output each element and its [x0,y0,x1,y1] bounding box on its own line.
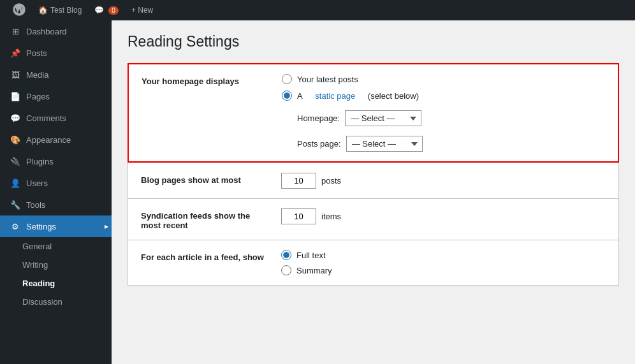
blog-pages-label: Blog pages show at most [141,173,268,185]
users-icon: 👤 [10,177,21,189]
wp-logo-button[interactable] [6,0,32,20]
sub-item-general[interactable]: General [0,237,112,256]
homepage-displays-section: Your homepage displays Your latest posts… [128,63,619,163]
main-layout: ⊞ Dashboard 📌 Posts 🖼 Media 📄 Pages 💬 Co… [0,20,635,364]
sidebar-label-pages: Pages [26,92,50,101]
pages-icon: 📄 [10,91,21,102]
sidebar-label-users: Users [26,178,48,188]
blog-pages-content: 10 posts [281,173,341,189]
sidebar-item-media[interactable]: 🖼 Media [0,64,112,85]
settings-submenu: General Writing Reading Discussion [0,237,112,311]
sidebar-item-plugins[interactable]: 🔌 Plugins [0,150,112,172]
homepage-select-label: Homepage: [297,113,340,123]
option2-a: A [297,91,303,101]
page-title: Reading Settings [128,33,619,50]
homepage-select-row: Homepage: — Select — [282,110,423,126]
sidebar: ⊞ Dashboard 📌 Posts 🖼 Media 📄 Pages 💬 Co… [0,20,112,364]
homepage-displays-label: Your homepage displays [142,74,269,86]
syndication-input[interactable]: 10 [281,208,316,224]
syndication-content: 10 items [281,208,341,224]
full-text-radio[interactable] [281,250,291,260]
sub-item-writing[interactable]: Writing [0,256,112,274]
homepage-select[interactable]: — Select — [345,110,421,126]
latest-posts-label: Your latest posts [297,75,358,84]
sidebar-item-posts[interactable]: 📌 Posts [0,42,112,64]
sidebar-label-posts: Posts [26,48,47,58]
static-page-option[interactable]: A static page (select below) [282,91,423,101]
feed-row: For each article in a feed, show Full te… [128,240,619,286]
sidebar-label-appearance: Appearance [26,135,71,145]
sidebar-item-comments[interactable]: 💬 Comments [0,107,112,129]
blog-pages-row: Blog pages show at most 10 posts [128,163,619,199]
feed-label: For each article in a feed, show [141,250,268,262]
static-page-radio[interactable] [282,91,292,101]
wp-logo-icon [13,3,26,18]
sub-item-reading[interactable]: Reading [0,274,112,293]
sidebar-item-dashboard[interactable]: ⊞ Dashboard [0,20,112,42]
summary-option[interactable]: Summary [281,265,332,275]
settings-section: Blog pages show at most 10 posts Syndica… [128,163,619,286]
sub-label-reading: Reading [22,279,55,288]
sidebar-label-media: Media [26,70,48,80]
summary-label: Summary [296,266,332,275]
latest-posts-option[interactable]: Your latest posts [282,74,423,84]
sidebar-item-appearance[interactable]: 🎨 Appearance [0,129,112,150]
posts-page-select-row: Posts page: — Select — [282,136,423,152]
latest-posts-radio[interactable] [282,74,292,84]
sidebar-label-tools: Tools [26,200,45,210]
sub-label-general: General [22,242,52,251]
blog-pages-suffix: posts [321,176,341,186]
site-title: Test Blog [50,6,82,15]
sidebar-item-settings[interactable]: ⚙ Settings [0,215,112,237]
homepage-row: Your homepage displays Your latest posts… [142,74,605,152]
comment-icon: 💬 [94,6,104,15]
summary-radio[interactable] [281,265,291,275]
sub-label-discussion: Discussion [22,297,62,307]
new-label: + New [131,6,153,15]
media-icon: 🖼 [10,69,21,80]
posts-page-select-label: Posts page: [297,139,341,149]
site-name-button[interactable]: 🏠 Test Blog [32,0,88,20]
blog-pages-input[interactable]: 10 [281,173,316,189]
new-content-button[interactable]: + New [125,0,159,20]
posts-icon: 📌 [10,47,21,59]
feed-content: Full text Summary [281,250,332,275]
posts-page-select[interactable]: — Select — [346,136,423,152]
appearance-icon: 🎨 [10,134,21,145]
tools-icon: 🔧 [10,199,21,210]
syndication-suffix: items [321,212,341,221]
full-text-option[interactable]: Full text [281,250,332,260]
sub-item-discussion[interactable]: Discussion [0,293,112,311]
sidebar-item-tools[interactable]: 🔧 Tools [0,194,112,215]
dashboard-icon: ⊞ [10,25,21,37]
content-area: Reading Settings Your homepage displays … [112,20,635,364]
syndication-label: Syndication feeds show the most recent [141,208,268,230]
sidebar-label-settings: Settings [26,222,56,231]
full-text-label: Full text [296,251,326,260]
comments-count: 0 [108,6,119,15]
sub-label-writing: Writing [22,260,48,270]
plugins-icon: 🔌 [10,156,21,167]
sidebar-item-pages[interactable]: 📄 Pages [0,85,112,107]
sidebar-label-comments: Comments [26,113,66,123]
static-page-link[interactable]: static page [315,91,355,101]
sidebar-label-dashboard: Dashboard [26,27,67,36]
admin-bar: 🏠 Test Blog 💬 0 + New [0,0,635,20]
sidebar-label-plugins: Plugins [26,157,54,166]
sidebar-item-users[interactable]: 👤 Users [0,172,112,194]
homepage-options: Your latest posts A static page (select … [282,74,423,152]
syndication-row: Syndication feeds show the most recent 1… [128,199,619,240]
comments-nav-icon: 💬 [10,112,21,124]
settings-icon: ⚙ [10,221,21,232]
option2-suffix: (select below) [368,91,419,101]
home-icon: 🏠 [38,6,48,15]
comments-button[interactable]: 💬 0 [88,0,125,20]
